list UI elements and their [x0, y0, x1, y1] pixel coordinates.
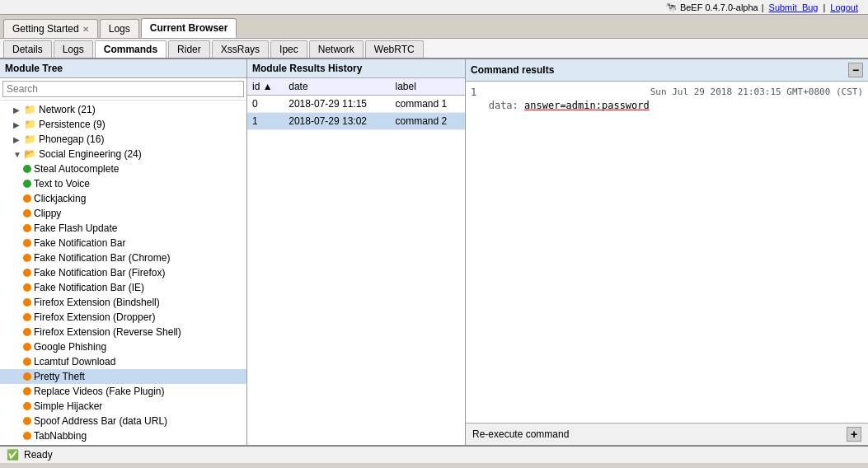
tab-getting-started-close[interactable]: ✕: [82, 25, 89, 34]
plus-icon: +: [851, 428, 857, 441]
fake-flash-update-item[interactable]: Fake Flash Update: [0, 221, 246, 236]
submit-bug-link[interactable]: Submit_Bug: [769, 2, 819, 12]
minimize-button[interactable]: −: [848, 63, 863, 77]
results-table-container: id ▲ date label 0 2018-07-29 11:15 comma…: [247, 78, 465, 445]
tab-getting-started[interactable]: Getting Started ✕: [3, 19, 98, 38]
subtab-network[interactable]: Network: [309, 40, 364, 58]
google-phishing-dot: [23, 343, 31, 351]
simple-hijacker-item[interactable]: Simple Hijacker: [0, 399, 246, 414]
app-name: BeEF 0.4.7.0-alpha: [680, 2, 758, 12]
spoof-address-bar-label: Spoof Address Bar (data URL): [34, 415, 167, 427]
firefox-ext-reverse-shell-label: Firefox Extension (Reverse Shell): [34, 326, 181, 338]
status-bar: ✅ Ready: [0, 445, 868, 463]
spoof-address-bar-item[interactable]: Spoof Address Bar (data URL): [0, 414, 246, 428]
fake-notif-bar-chrome-dot: [23, 254, 31, 262]
row-id: 0: [247, 96, 284, 113]
status-icon: ✅: [7, 449, 19, 461]
persistence-folder-label: Persistence (9): [39, 119, 106, 130]
persistence-arrow: ▶: [13, 120, 21, 129]
fake-notif-bar-firefox-dot: [23, 269, 31, 277]
social-eng-folder[interactable]: ▼ 📂 Social Engineering (24): [0, 147, 246, 161]
module-results-panel: Module Results History id ▲ date label 0…: [247, 59, 466, 445]
phonegap-folder-label: Phonegap (16): [39, 133, 104, 145]
phonegap-folder[interactable]: ▶ 📁 Phonegap (16): [0, 132, 246, 147]
tabnabbing-item[interactable]: TabNabbing: [0, 428, 246, 443]
pretty-theft-item[interactable]: Pretty Theft: [0, 369, 246, 384]
tab-logs[interactable]: Logs: [100, 19, 139, 38]
tab-current-browser[interactable]: Current Browser: [141, 18, 237, 38]
fake-notif-bar-firefox-item[interactable]: Fake Notification Bar (Firefox): [0, 265, 246, 280]
fake-notif-bar-item[interactable]: Fake Notification Bar: [0, 236, 246, 250]
search-input[interactable]: [2, 81, 244, 97]
data-value: answer=admin:password: [524, 100, 650, 111]
module-tree-panel: Module Tree ▶ 📁 Network (21) ▶ 📁 Persist…: [0, 59, 247, 445]
simple-hijacker-label: Simple Hijacker: [34, 400, 102, 412]
fake-notif-bar-chrome-label: Fake Notification Bar (Chrome): [34, 252, 170, 264]
tab-getting-started-label: Getting Started: [12, 23, 79, 35]
replace-videos-item[interactable]: Replace Videos (Fake Plugin): [0, 384, 246, 399]
subtab-logs[interactable]: Logs: [54, 40, 93, 58]
fake-notif-bar-chrome-item[interactable]: Fake Notification Bar (Chrome): [0, 250, 246, 265]
fake-notif-bar-dot: [23, 239, 31, 247]
google-phishing-item[interactable]: Google Phishing: [0, 339, 246, 354]
module-search-bar: [0, 78, 246, 101]
simple-hijacker-dot: [23, 402, 31, 410]
row-date: 2018-07-29 11:15: [284, 96, 390, 113]
content-area: Module Tree ▶ 📁 Network (21) ▶ 📁 Persist…: [0, 59, 868, 445]
col-header-label: label: [391, 78, 465, 96]
social-eng-folder-label: Social Engineering (24): [39, 148, 142, 160]
phonegap-arrow: ▶: [13, 135, 21, 144]
col-header-id: id ▲: [247, 78, 284, 96]
firefox-ext-dropper-dot: [23, 313, 31, 321]
steal-autocomplete-label: Steal Autocomplete: [34, 163, 119, 175]
network-folder-icon: 📁: [24, 104, 36, 115]
firefox-ext-reverse-shell-item[interactable]: Firefox Extension (Reverse Shell): [0, 325, 246, 339]
table-row[interactable]: 0 2018-07-29 11:15 command 1: [247, 96, 465, 113]
result-number: 1: [471, 87, 476, 98]
tabnabbing-dot: [23, 432, 31, 440]
sub-tab-bar: Details Logs Commands Rider XssRays Ipec…: [0, 39, 868, 59]
re-execute-button[interactable]: +: [847, 427, 861, 442]
module-results-title: Module Results History: [252, 63, 362, 74]
top-bar: 🐄 BeEF 0.4.7.0-alpha | Submit_Bug | Logo…: [0, 0, 868, 15]
subtab-ipec[interactable]: Ipec: [270, 40, 307, 58]
steal-autocomplete-item[interactable]: Steal Autocomplete: [0, 161, 246, 176]
logout-link[interactable]: Logout: [830, 2, 858, 12]
firefox-ext-bindshell-item[interactable]: Firefox Extension (Bindshell): [0, 295, 246, 310]
data-label: data:: [489, 100, 518, 111]
command-results-panel: Command results − 1 Sun Jul 29 2018 21:0…: [466, 59, 868, 445]
module-tree-title: Module Tree: [5, 63, 63, 74]
lcamtuf-download-label: Lcamtuf Download: [34, 356, 115, 367]
col-header-date: date: [284, 78, 390, 96]
text-to-voice-item[interactable]: Text to Voice: [0, 176, 246, 191]
subtab-commands[interactable]: Commands: [95, 40, 167, 58]
subtab-webrtc[interactable]: WebRTC: [365, 40, 424, 58]
network-arrow: ▶: [13, 105, 21, 115]
firefox-ext-dropper-label: Firefox Extension (Dropper): [34, 311, 155, 323]
module-tree-header: Module Tree: [0, 59, 246, 78]
subtab-xssrays[interactable]: XssRays: [212, 40, 269, 58]
result-data-line: data: answer=admin:password: [471, 100, 863, 111]
clippy-label: Clippy: [34, 208, 61, 219]
subtab-details[interactable]: Details: [3, 40, 52, 58]
fake-notif-bar-label: Fake Notification Bar: [34, 237, 125, 249]
table-row[interactable]: 1 2018-07-29 13:02 command 2: [247, 113, 465, 130]
module-results-header: Module Results History: [247, 59, 465, 78]
row-label: command 1: [391, 96, 465, 113]
firefox-ext-dropper-item[interactable]: Firefox Extension (Dropper): [0, 310, 246, 325]
module-tree-content: ▶ 📁 Network (21) ▶ 📁 Persistence (9) ▶ 📁…: [0, 101, 246, 445]
fake-notif-bar-ie-item[interactable]: Fake Notification Bar (IE): [0, 280, 246, 295]
main-tab-bar: Getting Started ✕ Logs Current Browser: [0, 15, 868, 39]
command-results-title: Command results: [471, 64, 554, 76]
persistence-folder[interactable]: ▶ 📁 Persistence (9): [0, 117, 246, 132]
network-folder[interactable]: ▶ 📁 Network (21): [0, 102, 246, 117]
lcamtuf-download-item[interactable]: Lcamtuf Download: [0, 354, 246, 369]
minimize-icon: −: [852, 63, 859, 77]
clickjacking-dot: [23, 194, 31, 203]
google-phishing-label: Google Phishing: [34, 341, 106, 353]
clickjacking-item[interactable]: Clickjacking: [0, 191, 246, 206]
subtab-rider[interactable]: Rider: [168, 40, 210, 58]
clippy-item[interactable]: Clippy: [0, 206, 246, 221]
status-text: Ready: [24, 449, 53, 461]
separator2: |: [823, 2, 825, 12]
